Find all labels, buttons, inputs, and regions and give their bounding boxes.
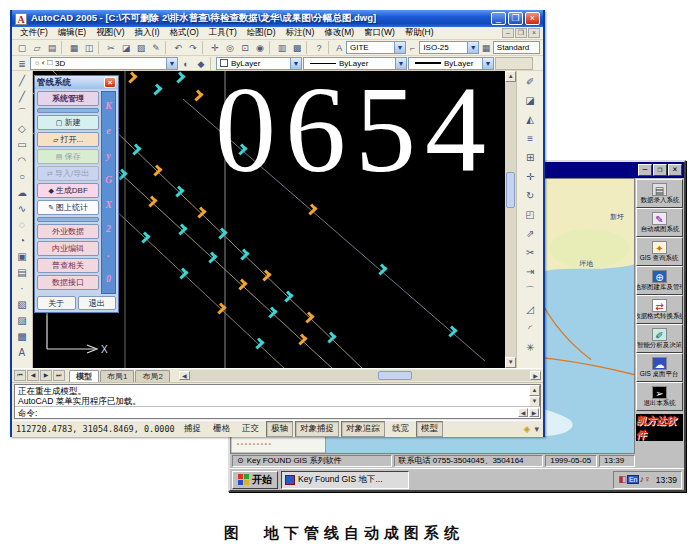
tab-model[interactable]: 模型 [69,370,99,382]
menu-tools[interactable]: 工具(T) [204,27,242,39]
toggle-snap[interactable]: 捕捉 [179,421,206,437]
trim-icon[interactable]: ✂ [522,243,539,262]
cmd-scroll-up-icon[interactable]: ▲ [529,385,540,396]
tray-network-icon[interactable]: ◧ [618,474,627,484]
toggle-model[interactable]: 模型 [416,421,443,437]
menu-help[interactable]: 帮助(H) [400,27,439,39]
zoom-window-icon[interactable]: ⊡ [238,41,252,54]
rotate-icon[interactable]: ↻ [522,186,539,205]
polygon-icon[interactable]: ◇ [13,120,30,136]
table-style-combo[interactable]: Standard [493,41,540,54]
circle-icon[interactable]: ○ [13,168,30,184]
palette-office-edit-button[interactable]: 内业编辑 [37,241,99,256]
toggle-otrack[interactable]: 对象追踪 [341,421,385,437]
layer-combo[interactable]: ☼◐☐ 3D▼ [30,57,178,70]
palette-data-interface-button[interactable]: 数据接口 [37,275,99,290]
palette-exit-button[interactable]: 退出 [78,296,117,310]
revision-cloud-icon[interactable]: ☁ [13,184,30,200]
redo-icon[interactable]: ↷ [186,41,200,54]
toggle-polar[interactable]: 极轴 [266,421,293,437]
copy-icon[interactable]: ◪ [522,91,539,110]
text-style-combo[interactable]: GITE▼ [346,41,406,54]
copy-clip-icon[interactable]: ◪ [119,41,133,54]
communication-center-icon[interactable]: ◈ [524,424,531,434]
polyline-icon[interactable]: ⌒ [13,104,30,120]
stretch-icon[interactable]: ⇗ [522,224,539,243]
ellipse-icon[interactable]: ◌ [13,216,30,232]
point-icon[interactable]: · [13,280,30,296]
status-menu-arrow-icon[interactable]: ▾ [534,424,539,434]
menu-window[interactable]: 窗口(W) [359,27,400,39]
cut-icon[interactable]: ✂ [104,41,118,54]
arc-icon[interactable]: ◠ [13,152,30,168]
tab-first-icon[interactable]: ⏮ [14,370,26,381]
gis-restore-button[interactable]: ❐ [653,164,667,176]
taskbar-task-gis[interactable]: Key Found GIS 地下... [281,471,409,489]
mtext-icon[interactable]: A [13,344,30,360]
layer-properties-icon[interactable]: ≣ [15,57,29,70]
scroll-down-icon[interactable]: ▼ [505,357,516,368]
offset-icon[interactable]: ≡ [522,129,539,148]
mdi-close-button[interactable]: × [528,28,540,38]
array-icon[interactable]: ⊞ [522,148,539,167]
insert-block-icon[interactable]: ▣ [13,248,30,264]
help-icon[interactable]: ? [312,41,326,54]
palette-system-manage-button[interactable]: 系统管理 [37,91,99,106]
table-style-icon[interactable]: ▦ [480,41,492,54]
toggle-osnap[interactable]: 对象捕捉 [295,421,339,437]
close-button[interactable]: × [525,12,540,25]
canvas-vertical-scrollbar[interactable]: ▲ ▼ [505,71,516,368]
break-icon[interactable]: ⌒ [522,281,539,300]
palette-field-data-button[interactable]: 外业数据 [37,224,99,239]
gis-query-system-button[interactable]: ✦GIS 查询系统 [636,237,683,266]
dim-style-icon[interactable]: ⌐ [407,41,419,54]
intelligent-analysis-button[interactable]: ✐智能分析及决策 [636,324,683,353]
text-style-icon[interactable]: A [333,41,345,54]
fillet-icon[interactable]: ◜ [522,319,539,338]
gradient-icon[interactable]: ▨ [13,312,30,328]
cmd-scroll-left-icon[interactable]: ◀ [518,408,528,417]
lineweight-combo[interactable]: ByLayer▼ [408,57,494,70]
palette-generate-dbf-button[interactable]: ◆生成DBF [37,183,99,198]
scroll-thumb[interactable] [378,371,412,380]
tray-search-icon[interactable]: ♀ [644,474,651,484]
undo-icon[interactable]: ↶ [171,41,185,54]
move-icon[interactable]: ✛ [522,167,539,186]
gis-minimize-button[interactable]: – [638,164,652,176]
scroll-up-icon[interactable]: ▲ [505,71,516,82]
mdi-minimize-button[interactable]: – [502,28,514,38]
scroll-thumb[interactable] [506,172,515,208]
tab-last-icon[interactable]: ⏭ [53,370,65,381]
zoom-realtime-icon[interactable]: ◎ [223,41,237,54]
menu-file[interactable]: 文件(F) [15,27,53,39]
spline-icon[interactable]: ∿ [13,200,30,216]
start-button[interactable]: 开始 [232,471,278,489]
palette-close-icon[interactable]: × [104,77,116,88]
properties-icon[interactable]: ▥ [275,41,289,54]
topo-map-database-button[interactable]: ⊕地形图建库及管理 [636,266,683,295]
scroll-left-icon[interactable]: ◀ [179,371,190,380]
gis-close-button[interactable]: × [668,164,682,176]
toggle-ortho[interactable]: 正交 [237,421,264,437]
tab-layout1[interactable]: 布局1 [100,370,134,382]
save-icon[interactable]: ▤ [45,41,59,54]
explode-icon[interactable]: ✳ [522,338,539,357]
tool-palettes-icon[interactable]: ▩ [290,41,304,54]
pan-icon[interactable]: ✛ [208,41,222,54]
construction-line-icon[interactable]: ╱ [13,88,30,104]
menu-dimension[interactable]: 标注(N) [281,27,320,39]
chamfer-icon[interactable]: ◿ [522,300,539,319]
exit-system-button[interactable]: ➢退出本系统 [636,382,683,411]
menu-insert[interactable]: 插入(I) [130,27,165,39]
tab-prev-icon[interactable]: ◀ [27,370,39,381]
scroll-right-icon[interactable]: ▶ [530,371,541,380]
data-entry-system-button[interactable]: ▤数据录入系统 [636,179,683,208]
auto-mapping-system-button[interactable]: ✎自动成图系统 [636,208,683,237]
gis-desktop-platform-button[interactable]: ☁GIS 桌面平台 [636,353,683,382]
menu-modify[interactable]: 修改(M) [319,27,359,39]
zoom-previous-icon[interactable]: ◉ [253,41,267,54]
layer-previous-icon[interactable]: ◆ [194,57,208,70]
tray-input-method-icon[interactable]: En [627,475,640,484]
match-properties-icon[interactable]: ✎ [149,41,163,54]
palette-new-button[interactable]: ▢新建 [37,115,99,130]
